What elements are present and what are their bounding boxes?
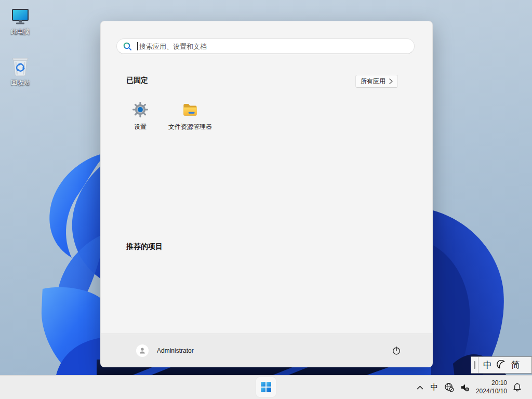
ime-divider (478, 357, 478, 373)
hidden-icons-chevron-up-icon[interactable] (414, 385, 427, 390)
app-tile-settings[interactable]: 设置 (115, 98, 165, 142)
taskbar: 中 20:10 2024/10/10 (0, 375, 532, 399)
app-tile-label: 文件资源管理器 (168, 123, 212, 131)
tray-ime-indicator[interactable]: 中 (427, 382, 442, 392)
ime-language-bar[interactable]: 中 简 (471, 356, 532, 374)
search-input[interactable] (139, 43, 408, 50)
user-name: Administrator (157, 347, 194, 354)
ime-drag-handle[interactable] (471, 357, 478, 373)
desktop-icon-this-pc[interactable]: 此电脑 (4, 4, 37, 36)
desktop-icon-label: 此电脑 (11, 28, 30, 36)
desktop-icon-label: 回收站 (11, 78, 30, 87)
power-button[interactable] (390, 344, 403, 357)
start-button[interactable] (256, 377, 276, 397)
volume-muted-icon[interactable] (457, 382, 473, 392)
network-globe-offline-icon[interactable] (442, 382, 457, 392)
recycle-bin-icon (11, 55, 30, 77)
avatar (136, 344, 149, 357)
ime-mode-chinese[interactable]: 中 (483, 361, 492, 369)
chevron-right-icon (389, 78, 393, 84)
all-apps-button[interactable]: 所有应用 (355, 75, 398, 88)
app-tile-file-explorer[interactable]: 文件资源管理器 (165, 98, 215, 142)
monitor-icon (11, 4, 30, 26)
recommended-section-title: 推荐的项目 (126, 242, 163, 251)
app-tile-label: 设置 (134, 123, 147, 131)
start-menu-panel: 已固定 所有应用 (100, 21, 433, 367)
power-icon (392, 346, 401, 355)
all-apps-label: 所有应用 (361, 77, 385, 86)
notifications-bell-icon[interactable] (508, 382, 526, 392)
folder-icon (182, 101, 198, 118)
text-caret (137, 42, 138, 50)
user-profile-button[interactable]: Administrator (130, 342, 200, 360)
desktop-icon-recycle-bin[interactable]: 回收站 (4, 55, 37, 87)
search-box[interactable] (116, 38, 415, 54)
windows-logo-icon (261, 382, 271, 392)
pinned-section-title: 已固定 (126, 76, 148, 85)
pinned-apps-grid: 设置 文件资源管理器 (115, 98, 215, 142)
tray-date: 2024/10/10 (476, 388, 507, 396)
person-icon (138, 347, 147, 355)
half-width-moon-icon[interactable] (497, 360, 507, 370)
tray-clock[interactable]: 20:10 2024/10/10 (476, 379, 507, 395)
system-tray: 中 20:10 2024/10/10 (414, 376, 532, 399)
search-icon (123, 42, 132, 51)
ime-mode-simplified[interactable]: 简 (511, 361, 520, 369)
tray-time: 20:10 (476, 379, 507, 388)
settings-gear-icon (132, 101, 149, 118)
start-menu-footer: Administrator (101, 334, 432, 367)
